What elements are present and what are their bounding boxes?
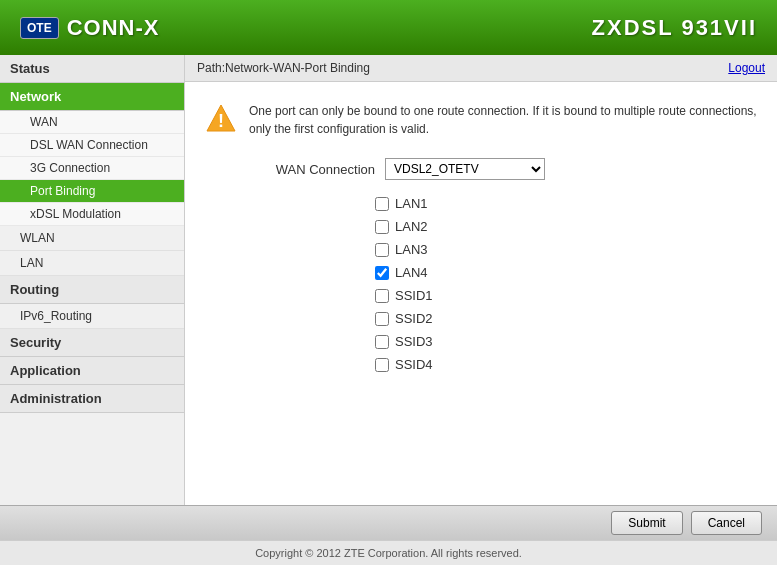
label-ssid4: SSID4 bbox=[395, 357, 433, 372]
checkbox-row-lan3: LAN3 bbox=[375, 242, 757, 257]
sidebar-item-3g[interactable]: 3G Connection bbox=[0, 157, 184, 180]
content-body: ! One port can only be bound to one rout… bbox=[185, 82, 777, 505]
footer-bar: Submit Cancel bbox=[0, 505, 777, 540]
checkbox-lan1[interactable] bbox=[375, 197, 389, 211]
label-lan3: LAN3 bbox=[395, 242, 428, 257]
checkbox-lan4[interactable] bbox=[375, 266, 389, 280]
sidebar-item-application[interactable]: Application bbox=[0, 357, 184, 385]
logout-link[interactable]: Logout bbox=[728, 61, 765, 75]
sidebar-item-dsl-wan[interactable]: DSL WAN Connection bbox=[0, 134, 184, 157]
copyright-bar: Copyright © 2012 ZTE Corporation. All ri… bbox=[0, 540, 777, 565]
cancel-button[interactable]: Cancel bbox=[691, 511, 762, 535]
sidebar-item-routing[interactable]: Routing bbox=[0, 276, 184, 304]
sidebar-item-wan[interactable]: WAN bbox=[0, 111, 184, 134]
checkbox-ssid1[interactable] bbox=[375, 289, 389, 303]
checkbox-row-lan2: LAN2 bbox=[375, 219, 757, 234]
sidebar-item-wlan[interactable]: WLAN bbox=[0, 226, 184, 251]
main-layout: Status Network WAN DSL WAN Connection 3G… bbox=[0, 55, 777, 505]
warning-icon: ! bbox=[205, 102, 237, 134]
sidebar-item-lan[interactable]: LAN bbox=[0, 251, 184, 276]
wan-connection-label: WAN Connection bbox=[245, 162, 375, 177]
sidebar-item-administration[interactable]: Administration bbox=[0, 385, 184, 413]
ote-logo: OTE bbox=[20, 17, 59, 39]
copyright-text: Copyright © 2012 ZTE Corporation. All ri… bbox=[255, 547, 522, 559]
content-area: Path:Network-WAN-Port Binding Logout ! O… bbox=[185, 55, 777, 505]
logo-area: OTE CONN-X bbox=[20, 15, 159, 41]
checkbox-ssid2[interactable] bbox=[375, 312, 389, 326]
label-lan1: LAN1 bbox=[395, 196, 428, 211]
device-name: ZXDSL 931VII bbox=[592, 15, 757, 41]
sidebar-item-security[interactable]: Security bbox=[0, 329, 184, 357]
sidebar-item-network[interactable]: Network bbox=[0, 83, 184, 111]
checkbox-ssid4[interactable] bbox=[375, 358, 389, 372]
header: OTE CONN-X ZXDSL 931VII bbox=[0, 0, 777, 55]
checkbox-row-lan4: LAN4 bbox=[375, 265, 757, 280]
sidebar-item-port-binding[interactable]: Port Binding bbox=[0, 180, 184, 203]
warning-text: One port can only be bound to one route … bbox=[249, 102, 757, 138]
label-ssid3: SSID3 bbox=[395, 334, 433, 349]
bottom-section: Submit Cancel Copyright © 2012 ZTE Corpo… bbox=[0, 505, 777, 565]
checkboxes-area: LAN1 LAN2 LAN3 LAN4 bbox=[375, 196, 757, 372]
submit-button[interactable]: Submit bbox=[611, 511, 682, 535]
svg-text:!: ! bbox=[218, 111, 224, 131]
label-lan2: LAN2 bbox=[395, 219, 428, 234]
label-ssid1: SSID1 bbox=[395, 288, 433, 303]
checkbox-ssid3[interactable] bbox=[375, 335, 389, 349]
checkbox-row-ssid1: SSID1 bbox=[375, 288, 757, 303]
checkbox-row-ssid2: SSID2 bbox=[375, 311, 757, 326]
sidebar-item-xdsl[interactable]: xDSL Modulation bbox=[0, 203, 184, 226]
label-ssid2: SSID2 bbox=[395, 311, 433, 326]
checkbox-row-ssid4: SSID4 bbox=[375, 357, 757, 372]
wan-connection-row: WAN Connection VDSL2_OTETV VDSL2_INTERNE… bbox=[245, 158, 757, 180]
label-lan4: LAN4 bbox=[395, 265, 428, 280]
breadcrumb-bar: Path:Network-WAN-Port Binding Logout bbox=[185, 55, 777, 82]
checkbox-row-ssid3: SSID3 bbox=[375, 334, 757, 349]
sidebar-item-status[interactable]: Status bbox=[0, 55, 184, 83]
checkbox-lan3[interactable] bbox=[375, 243, 389, 257]
warning-box: ! One port can only be bound to one rout… bbox=[205, 102, 757, 138]
breadcrumb: Path:Network-WAN-Port Binding bbox=[197, 61, 370, 75]
brand-name: CONN-X bbox=[67, 15, 160, 41]
sidebar-item-ipv6[interactable]: IPv6_Routing bbox=[0, 304, 184, 329]
form-area: WAN Connection VDSL2_OTETV VDSL2_INTERNE… bbox=[245, 158, 757, 180]
sidebar: Status Network WAN DSL WAN Connection 3G… bbox=[0, 55, 185, 505]
checkbox-row-lan1: LAN1 bbox=[375, 196, 757, 211]
checkbox-lan2[interactable] bbox=[375, 220, 389, 234]
wan-connection-select[interactable]: VDSL2_OTETV VDSL2_INTERNET VDSL2_VOIP bbox=[385, 158, 545, 180]
